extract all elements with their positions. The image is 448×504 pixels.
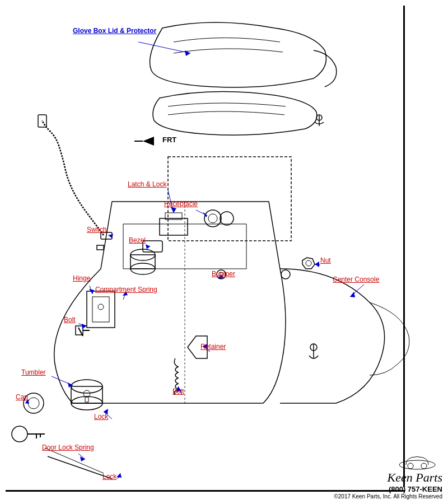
svg-rect-8: [160, 218, 188, 235]
svg-line-78: [45, 448, 104, 473]
label-cap: Cap: [16, 393, 28, 401]
svg-marker-58: [350, 292, 355, 297]
svg-point-12: [220, 212, 234, 225]
footer: Keen Parts (800) 757-KEEN ©2017 Keen Par…: [334, 451, 442, 500]
svg-rect-79: [97, 245, 104, 250]
svg-marker-22: [302, 258, 315, 269]
svg-marker-4: [143, 137, 154, 146]
svg-marker-42: [171, 207, 176, 213]
svg-rect-0: [403, 6, 405, 487]
label-compartment-spring: Compartment Spring: [95, 286, 157, 293]
parts-diagram-svg: [0, 0, 448, 504]
svg-point-29: [83, 390, 90, 397]
svg-rect-15: [130, 255, 155, 269]
label-bumper: Bumper: [212, 270, 235, 278]
svg-marker-48: [146, 244, 150, 249]
footer-phone: (800) 757-KEEN: [334, 485, 442, 493]
label-door-lock-spring: Door Lock Spring: [42, 444, 94, 451]
label-nut: Nut: [320, 256, 331, 264]
svg-rect-6: [168, 157, 291, 241]
label-retainer: Retainer: [200, 343, 226, 351]
label-bolt-bottom: Bolt: [172, 388, 184, 395]
svg-rect-13: [143, 241, 162, 252]
svg-point-77: [281, 270, 290, 279]
footer-copyright: ©2017 Keen Parts, Inc. All Rights Reserv…: [334, 493, 442, 500]
label-hinge: Hinge: [73, 274, 90, 282]
svg-marker-74: [116, 473, 122, 478]
svg-marker-60: [82, 324, 87, 329]
label-bolt-left: Bolt: [64, 316, 76, 324]
label-lock-bottom: Lock: [102, 473, 116, 480]
label-frt: FRT: [162, 136, 176, 144]
label-latch-lock: Latch & Lock: [128, 180, 166, 188]
footer-brand: Keen Parts: [334, 470, 442, 485]
svg-line-39: [138, 42, 190, 53]
svg-point-81: [408, 463, 413, 469]
label-glove-box-lid: Glove Box Lid & Protector: [73, 27, 156, 35]
label-bezel: Bezel: [129, 236, 146, 244]
svg-point-80: [399, 460, 435, 469]
svg-point-82: [421, 463, 427, 469]
label-receptacle: Receptacle: [164, 200, 198, 208]
svg-point-32: [12, 426, 27, 442]
diagram-container: Glove Box Lid & Protector FRT Latch & Lo…: [0, 0, 448, 504]
label-lock-mid: Lock: [94, 413, 108, 421]
svg-marker-56: [315, 262, 319, 267]
label-tumbler: Tumbler: [21, 368, 46, 376]
label-center-console: Center Console: [333, 276, 379, 283]
svg-point-31: [28, 398, 39, 409]
svg-point-19: [98, 304, 104, 310]
svg-rect-27: [71, 386, 102, 403]
label-switch: Switch: [87, 226, 106, 234]
svg-point-23: [306, 260, 311, 266]
svg-point-11: [208, 214, 217, 223]
